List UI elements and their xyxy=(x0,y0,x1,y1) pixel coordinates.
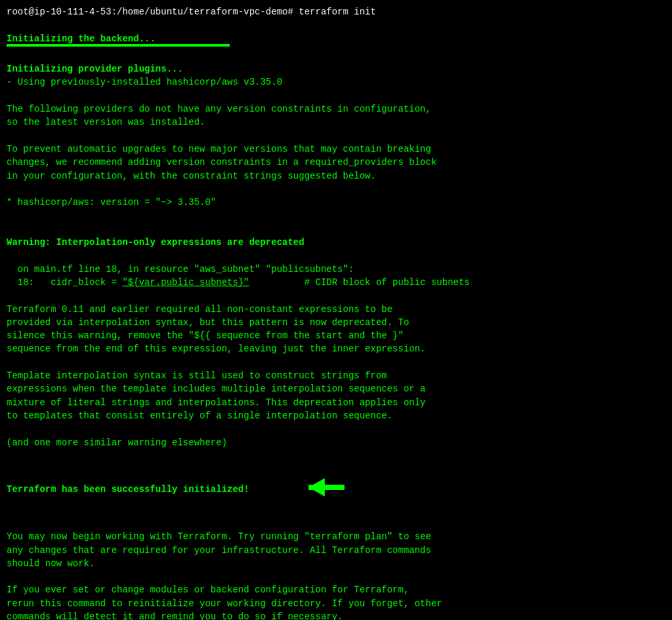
blank-line xyxy=(7,49,665,62)
blank-line xyxy=(7,422,665,435)
following-line-2: so the latest version was installed. xyxy=(7,116,665,129)
begin-line-1: You may now begin working with Terraform… xyxy=(7,530,665,543)
arrow-icon xyxy=(256,462,354,517)
warning-line: Warning: Interpolation-only expressions … xyxy=(7,236,665,249)
cidr-block-line: 18: cidr_block = "${var.public_subnets}"… xyxy=(7,276,665,289)
following-line-1: The following providers do not have any … xyxy=(7,102,665,116)
on-main-line: on main.tf line 18, in resource "aws_sub… xyxy=(7,263,665,276)
blank-line xyxy=(7,517,665,530)
blank-line xyxy=(7,18,665,32)
tf011-line-2: provided via interpolation syntax, but t… xyxy=(7,316,665,329)
begin-line-2: any changes that are required for your i… xyxy=(7,544,665,557)
template-line-3: mixture of literal strings and interpola… xyxy=(7,396,665,409)
blank-line xyxy=(7,209,665,222)
template-line-4: to templates that consist entirely of a … xyxy=(7,409,665,422)
blank-line xyxy=(7,449,665,462)
if-line-3: commands will detect it and remind you t… xyxy=(7,610,665,620)
if-line-1: If you ever set or change modules or bac… xyxy=(7,583,665,596)
blank-line xyxy=(7,89,665,102)
blank-line xyxy=(7,183,665,196)
cidr-underline: "${var.public_subnets}" xyxy=(122,277,249,288)
blank-line xyxy=(7,129,665,143)
blank-line xyxy=(7,356,665,369)
init-plugins-line: Initializing provider plugins... xyxy=(7,62,665,76)
blank-line xyxy=(7,570,665,583)
template-line-1: Template interpolation syntax is still u… xyxy=(7,369,665,382)
hashicorp-aws-line: * hashicorp/aws: version = "~> 3.35.0" xyxy=(7,196,665,209)
svg-marker-1 xyxy=(308,478,325,497)
init-backend-line: Initializing the backend... xyxy=(7,32,665,45)
success-line: Terraform has been successfully initiali… xyxy=(7,462,665,517)
prevent-line-1: To prevent automatic upgrades to new maj… xyxy=(7,143,665,156)
tf011-line-3: silence this warning, remove the "${{ se… xyxy=(7,329,665,342)
if-line-2: rerun this command to reinitialize your … xyxy=(7,597,665,610)
tf011-line-4: sequence from the end of this expression… xyxy=(7,342,665,355)
blank-line xyxy=(7,249,665,262)
begin-line-3: should now work. xyxy=(7,557,665,570)
one-more-line: (and one more similar warning elsewhere) xyxy=(7,436,665,449)
prevent-line-2: changes, we recommend adding version con… xyxy=(7,156,665,169)
tf011-line-1: Terraform 0.11 and earlier required all … xyxy=(7,303,665,316)
terminal-window: root@ip-10-111-4-53:/home/ubuntu/terrafo… xyxy=(0,0,672,620)
using-installed-line: - Using previously-installed hashicorp/a… xyxy=(7,76,665,89)
template-line-2: expressions when the template includes m… xyxy=(7,382,665,395)
blank-line xyxy=(7,223,665,236)
prevent-line-3: in your configuration, with the constrai… xyxy=(7,169,665,183)
blank-line xyxy=(7,289,665,302)
success-text: Terraform has been successfully initiali… xyxy=(7,483,249,496)
prompt-line: root@ip-10-111-4-53:/home/ubuntu/terrafo… xyxy=(7,5,665,18)
